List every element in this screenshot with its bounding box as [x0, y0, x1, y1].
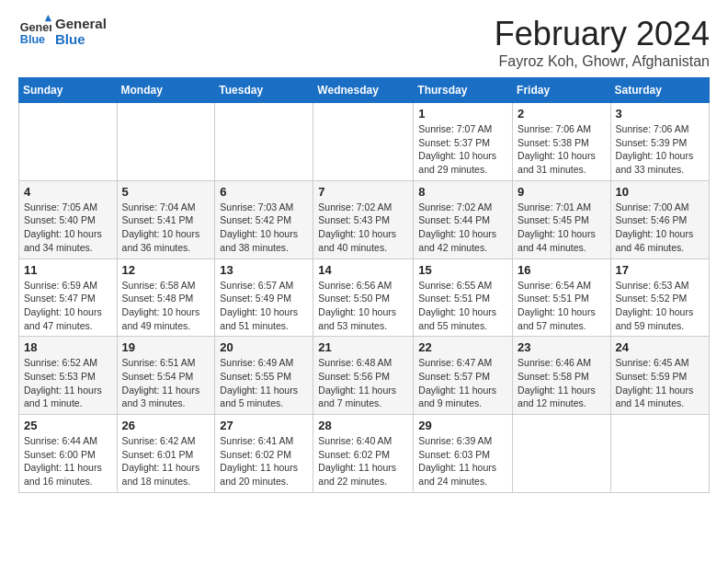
day-info: Sunrise: 6:58 AMSunset: 5:48 PMDaylight:… [122, 279, 210, 333]
day-info: Sunrise: 6:48 AMSunset: 5:56 PMDaylight:… [318, 356, 408, 410]
day-info: Sunrise: 6:56 AMSunset: 5:50 PMDaylight:… [318, 279, 408, 333]
day-number: 8 [418, 185, 507, 199]
day-info: Sunrise: 6:44 AMSunset: 6:00 PMDaylight:… [24, 434, 112, 488]
calendar-cell [610, 415, 709, 493]
day-info: Sunrise: 7:00 AMSunset: 5:46 PMDaylight:… [616, 201, 704, 255]
day-number: 7 [318, 185, 408, 199]
day-number: 27 [220, 419, 308, 432]
day-info: Sunrise: 7:03 AMSunset: 5:42 PMDaylight:… [220, 201, 308, 255]
day-number: 28 [318, 419, 408, 432]
calendar-header: SundayMondayTuesdayWednesdayThursdayFrid… [19, 78, 710, 103]
day-info: Sunrise: 7:06 AMSunset: 5:39 PMDaylight:… [616, 122, 704, 177]
calendar-cell: 26Sunrise: 6:42 AMSunset: 6:01 PMDayligh… [117, 415, 215, 493]
day-number: 11 [24, 263, 112, 277]
logo-icon: General Blue [18, 15, 51, 48]
header-wednesday: Wednesday [313, 78, 414, 103]
day-number: 19 [122, 340, 210, 354]
calendar-cell: 14Sunrise: 6:56 AMSunset: 5:50 PMDayligh… [313, 259, 414, 337]
day-info: Sunrise: 6:57 AMSunset: 5:49 PMDaylight:… [220, 279, 308, 333]
svg-marker-2 [45, 15, 51, 21]
calendar-cell: 12Sunrise: 6:58 AMSunset: 5:48 PMDayligh… [117, 259, 215, 337]
day-number: 12 [122, 263, 210, 277]
day-info: Sunrise: 6:41 AMSunset: 6:02 PMDaylight:… [220, 434, 308, 488]
day-number: 20 [220, 340, 308, 354]
calendar-cell [513, 415, 611, 493]
calendar-cell: 29Sunrise: 6:39 AMSunset: 6:03 PMDayligh… [414, 415, 513, 493]
day-info: Sunrise: 7:07 AMSunset: 5:37 PMDaylight:… [418, 122, 507, 177]
day-info: Sunrise: 6:39 AMSunset: 6:03 PMDaylight:… [418, 434, 507, 488]
calendar-cell: 13Sunrise: 6:57 AMSunset: 5:49 PMDayligh… [215, 259, 313, 337]
day-number: 10 [616, 185, 704, 199]
day-info: Sunrise: 7:02 AMSunset: 5:43 PMDaylight:… [318, 201, 408, 255]
day-number: 29 [418, 419, 507, 432]
day-number: 6 [220, 185, 308, 199]
day-info: Sunrise: 6:45 AMSunset: 5:59 PMDaylight:… [616, 356, 704, 410]
day-info: Sunrise: 7:06 AMSunset: 5:38 PMDaylight:… [518, 122, 606, 177]
week-row-5: 25Sunrise: 6:44 AMSunset: 6:00 PMDayligh… [19, 415, 710, 493]
day-info: Sunrise: 7:04 AMSunset: 5:41 PMDaylight:… [122, 201, 210, 255]
calendar-cell [117, 103, 215, 181]
calendar-cell: 7Sunrise: 7:02 AMSunset: 5:43 PMDaylight… [313, 180, 414, 259]
calendar-cell: 15Sunrise: 6:55 AMSunset: 5:51 PMDayligh… [414, 259, 513, 337]
svg-text:Blue: Blue [20, 33, 45, 46]
header-row: SundayMondayTuesdayWednesdayThursdayFrid… [19, 78, 710, 103]
calendar-cell: 6Sunrise: 7:03 AMSunset: 5:42 PMDaylight… [215, 180, 313, 259]
day-info: Sunrise: 6:42 AMSunset: 6:01 PMDaylight:… [122, 434, 210, 488]
calendar-cell: 11Sunrise: 6:59 AMSunset: 5:47 PMDayligh… [19, 259, 118, 337]
header-tuesday: Tuesday [215, 78, 313, 103]
day-number: 18 [24, 340, 112, 354]
calendar-cell: 19Sunrise: 6:51 AMSunset: 5:54 PMDayligh… [117, 337, 215, 415]
logo: General Blue General Blue [18, 15, 107, 48]
week-row-3: 11Sunrise: 6:59 AMSunset: 5:47 PMDayligh… [19, 259, 710, 337]
day-number: 1 [418, 107, 507, 121]
day-number: 25 [24, 419, 112, 432]
day-number: 21 [318, 340, 408, 354]
calendar-table: SundayMondayTuesdayWednesdayThursdayFrid… [18, 77, 710, 493]
day-number: 9 [518, 185, 606, 199]
day-number: 14 [318, 263, 408, 277]
calendar-cell: 5Sunrise: 7:04 AMSunset: 5:41 PMDaylight… [117, 180, 215, 259]
calendar-cell: 10Sunrise: 7:00 AMSunset: 5:46 PMDayligh… [610, 180, 709, 259]
week-row-1: 1Sunrise: 7:07 AMSunset: 5:37 PMDaylight… [19, 103, 710, 181]
day-info: Sunrise: 6:47 AMSunset: 5:57 PMDaylight:… [418, 356, 507, 410]
calendar-cell: 23Sunrise: 6:46 AMSunset: 5:58 PMDayligh… [513, 337, 611, 415]
calendar-cell: 27Sunrise: 6:41 AMSunset: 6:02 PMDayligh… [215, 415, 313, 493]
day-number: 2 [518, 107, 606, 121]
day-number: 4 [24, 185, 112, 199]
logo-line2: Blue [55, 31, 107, 47]
day-info: Sunrise: 6:55 AMSunset: 5:51 PMDaylight:… [418, 279, 507, 333]
logo-line1: General [55, 16, 107, 31]
calendar-cell: 20Sunrise: 6:49 AMSunset: 5:55 PMDayligh… [215, 337, 313, 415]
day-info: Sunrise: 6:52 AMSunset: 5:53 PMDaylight:… [24, 356, 112, 410]
calendar-cell: 3Sunrise: 7:06 AMSunset: 5:39 PMDaylight… [610, 103, 709, 181]
day-info: Sunrise: 6:40 AMSunset: 6:02 PMDaylight:… [318, 434, 408, 488]
day-info: Sunrise: 6:51 AMSunset: 5:54 PMDaylight:… [122, 356, 210, 410]
day-info: Sunrise: 6:49 AMSunset: 5:55 PMDaylight:… [220, 356, 308, 410]
day-info: Sunrise: 7:02 AMSunset: 5:44 PMDaylight:… [418, 201, 507, 255]
calendar-cell [313, 103, 414, 181]
day-number: 22 [418, 340, 507, 354]
header-friday: Friday [513, 78, 611, 103]
calendar-cell: 1Sunrise: 7:07 AMSunset: 5:37 PMDaylight… [414, 103, 513, 181]
page-title: February 2024 [495, 15, 710, 53]
day-info: Sunrise: 6:46 AMSunset: 5:58 PMDaylight:… [518, 356, 606, 410]
page-subtitle: Fayroz Koh, Ghowr, Afghanistan [495, 53, 710, 70]
day-info: Sunrise: 7:01 AMSunset: 5:45 PMDaylight:… [518, 201, 606, 255]
day-number: 26 [122, 419, 210, 432]
calendar-cell: 22Sunrise: 6:47 AMSunset: 5:57 PMDayligh… [414, 337, 513, 415]
header-thursday: Thursday [414, 78, 513, 103]
header-monday: Monday [117, 78, 215, 103]
header-sunday: Sunday [19, 78, 118, 103]
day-number: 17 [616, 263, 704, 277]
calendar-cell [19, 103, 118, 181]
day-number: 15 [418, 263, 507, 277]
calendar-cell: 17Sunrise: 6:53 AMSunset: 5:52 PMDayligh… [610, 259, 709, 337]
day-number: 5 [122, 185, 210, 199]
title-block: February 2024 Fayroz Koh, Ghowr, Afghani… [495, 15, 710, 70]
calendar-cell: 8Sunrise: 7:02 AMSunset: 5:44 PMDaylight… [414, 180, 513, 259]
day-number: 3 [616, 107, 704, 121]
calendar-cell: 18Sunrise: 6:52 AMSunset: 5:53 PMDayligh… [19, 337, 118, 415]
day-number: 13 [220, 263, 308, 277]
page-header: General Blue General Blue February 2024 … [18, 15, 710, 70]
week-row-4: 18Sunrise: 6:52 AMSunset: 5:53 PMDayligh… [19, 337, 710, 415]
